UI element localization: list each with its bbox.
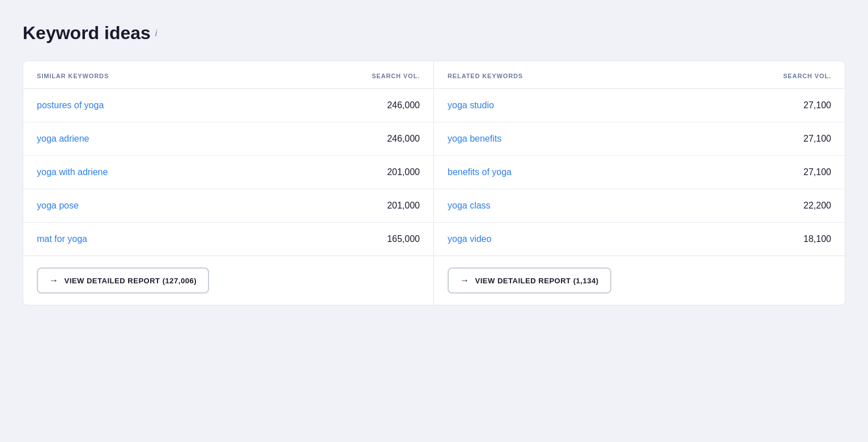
keyword-link[interactable]: yoga studio (448, 100, 803, 110)
search-volume: 27,100 (803, 134, 831, 144)
search-volume: 27,100 (803, 100, 831, 110)
table-row: yoga benefits 27,100 (434, 122, 845, 156)
keyword-link[interactable]: yoga video (448, 234, 803, 244)
similar-keywords-panel: SIMILAR KEYWORDS SEARCH VOL. postures of… (23, 61, 434, 305)
two-panel-grid: SIMILAR KEYWORDS SEARCH VOL. postures of… (23, 61, 845, 305)
similar-keywords-col-header: SIMILAR KEYWORDS (37, 73, 372, 79)
search-volume: 201,000 (387, 167, 420, 177)
keyword-link[interactable]: postures of yoga (37, 100, 387, 110)
related-keywords-vol-header: SEARCH VOL. (783, 73, 831, 79)
similar-keywords-rows: postures of yoga 246,000 yoga adriene 24… (23, 89, 433, 256)
arrow-icon-2: → (460, 275, 470, 286)
table-row: postures of yoga 246,000 (23, 89, 433, 122)
related-keywords-col-header: RELATED KEYWORDS (448, 73, 783, 79)
related-keywords-rows: yoga studio 27,100 yoga benefits 27,100 … (434, 89, 845, 256)
search-volume: 165,000 (387, 234, 420, 244)
keyword-link[interactable]: yoga pose (37, 201, 387, 211)
table-row: mat for yoga 165,000 (23, 223, 433, 256)
related-keywords-button-row: → VIEW DETAILED REPORT (1,134) (434, 256, 845, 305)
keyword-link[interactable]: mat for yoga (37, 234, 387, 244)
keyword-link[interactable]: yoga class (448, 201, 803, 211)
related-keywords-panel: RELATED KEYWORDS SEARCH VOL. yoga studio… (434, 61, 845, 305)
table-row: yoga pose 201,000 (23, 189, 433, 223)
similar-keywords-report-button[interactable]: → VIEW DETAILED REPORT (127,006) (37, 267, 209, 294)
table-row: yoga with adriene 201,000 (23, 156, 433, 189)
keyword-link[interactable]: benefits of yoga (448, 167, 803, 177)
table-row: yoga class 22,200 (434, 189, 845, 223)
table-row: yoga studio 27,100 (434, 89, 845, 122)
search-volume: 201,000 (387, 201, 420, 211)
keyword-link[interactable]: yoga adriene (37, 134, 387, 144)
keyword-link[interactable]: yoga benefits (448, 134, 803, 144)
similar-keywords-header: SIMILAR KEYWORDS SEARCH VOL. (23, 61, 433, 89)
search-volume: 27,100 (803, 167, 831, 177)
table-row: yoga video 18,100 (434, 223, 845, 256)
arrow-icon: → (49, 275, 59, 286)
table-row: yoga adriene 246,000 (23, 122, 433, 156)
similar-keywords-button-row: → VIEW DETAILED REPORT (127,006) (23, 256, 433, 305)
search-volume: 22,200 (803, 201, 831, 211)
page-title: Keyword ideas (23, 23, 151, 44)
related-keywords-report-button[interactable]: → VIEW DETAILED REPORT (1,134) (448, 267, 611, 294)
similar-keywords-vol-header: SEARCH VOL. (372, 73, 420, 79)
similar-keywords-report-label: VIEW DETAILED REPORT (127,006) (65, 277, 197, 285)
search-volume: 246,000 (387, 100, 420, 110)
related-keywords-header: RELATED KEYWORDS SEARCH VOL. (434, 61, 845, 89)
info-icon[interactable]: i (155, 28, 158, 39)
search-volume: 246,000 (387, 134, 420, 144)
search-volume: 18,100 (803, 234, 831, 244)
table-row: benefits of yoga 27,100 (434, 156, 845, 189)
related-keywords-report-label: VIEW DETAILED REPORT (1,134) (475, 277, 599, 285)
keyword-ideas-table: SIMILAR KEYWORDS SEARCH VOL. postures of… (23, 61, 845, 305)
keyword-link[interactable]: yoga with adriene (37, 167, 387, 177)
